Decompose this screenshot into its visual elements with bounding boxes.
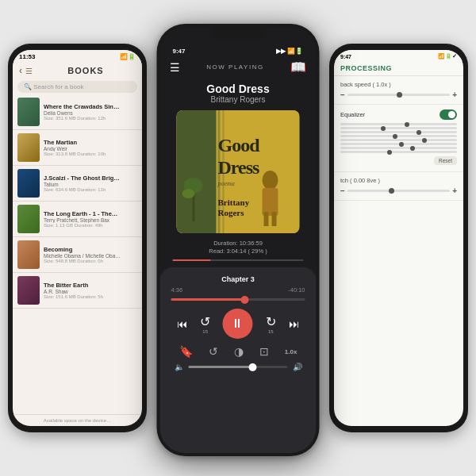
pitch-minus[interactable]: −	[340, 186, 345, 195]
duration-info: Duration: 10:36:59	[160, 240, 317, 247]
book-meta-4: Size: 1.13 GB Duration: 49h	[44, 223, 137, 228]
book-meta-1: Size: 351.6 MB Duration: 12h	[44, 116, 137, 121]
time-elapsed: 4:36	[171, 286, 183, 294]
chapter-progress-fill	[171, 298, 245, 301]
speed-slider[interactable]	[347, 94, 450, 96]
book-title-3: J.Scalzi - The Ghost Brig…	[44, 175, 137, 182]
time-remaining: -40:10	[288, 286, 305, 294]
fast-forward-button[interactable]: ⏭	[289, 318, 299, 330]
equalizer-section: Equalizer Reset	[334, 105, 463, 172]
right-phone: 9:47 📶🔋✓ PROCESSING back speed ( 1.0x ) …	[329, 44, 468, 432]
overall-progress-bar	[173, 259, 304, 261]
svg-rect-1	[177, 110, 217, 233]
book-author-3: Talium	[44, 182, 137, 187]
back-icon[interactable]: ‹	[19, 65, 22, 76]
airplay-button[interactable]: ⊡	[259, 345, 269, 358]
bottom-status: Available space on the device…	[13, 414, 142, 426]
speed-minus[interactable]: −	[340, 90, 345, 99]
eq-slider-2[interactable]	[340, 127, 457, 129]
reset-button[interactable]: Reset	[434, 156, 457, 165]
right-header: PROCESSING	[334, 61, 463, 76]
search-bar[interactable]: 🔍 Search for a book	[17, 81, 137, 93]
rewind-button[interactable]: ⏮	[177, 318, 187, 330]
svg-rect-10	[272, 212, 277, 226]
book-cover-4	[17, 205, 40, 233]
center-status-icons: ▶▶ 📶🔋	[276, 48, 303, 55]
book-title-4: The Long Earth - 1 - The…	[44, 210, 137, 217]
main-controls: ⏮ ↺ 15 ⏸ ↻ 15 ⏭	[171, 309, 305, 339]
right-time: 9:47	[340, 54, 351, 60]
svg-rect-9	[264, 212, 269, 226]
equalizer-label: Equalizer	[340, 111, 365, 118]
skip-back-button[interactable]: ↺ 15	[200, 314, 210, 334]
menu-button[interactable]: ☰	[170, 61, 180, 74]
eq-slider-8[interactable]	[340, 151, 457, 153]
chapter-progress-bar	[171, 298, 305, 301]
eq-slider-6[interactable]	[340, 143, 457, 145]
book-item-2[interactable]: The Martian Andy Weir Size: 313.8 MB Dur…	[13, 130, 142, 166]
book-author-6: A.R. Shaw	[44, 289, 137, 294]
svg-point-15	[182, 189, 195, 198]
right-status-bar: 9:47 📶🔋✓	[334, 50, 463, 61]
book-author-2: Andy Weir	[44, 146, 137, 152]
book-item-6[interactable]: The Bitter Earth A.R. Shaw Size: 151.6 M…	[13, 273, 142, 309]
book-item-4[interactable]: The Long Earth - 1 - The… Terry Pratchet…	[13, 202, 142, 237]
volume-thumb[interactable]	[249, 363, 257, 371]
eq-slider-5[interactable]	[340, 139, 457, 141]
right-status-icons: 📶🔋✓	[438, 53, 457, 60]
book-meta-3: Size: 634.6 MB Duration: 11h	[44, 187, 137, 192]
menu-icon[interactable]: ☰	[25, 67, 33, 75]
chapter-section: Chapter 3 4:36 -40:10 ⏮ ↺ 15	[160, 267, 317, 453]
book-cover-6	[17, 276, 40, 305]
svg-text:Good: Good	[218, 135, 261, 155]
book-meta-6: Size: 151.6 MB Duration: 5h	[44, 294, 137, 299]
book-title-6: The Bitter Earth	[44, 282, 137, 289]
book-title-5: Becoming	[44, 246, 137, 253]
book-meta-5: Size: 548.8 MB Duration: 0h	[44, 259, 137, 263]
pitch-slider[interactable]	[347, 190, 450, 192]
pitch-label: tch ( 0.00 8ve )	[340, 177, 457, 184]
eq-sliders	[340, 123, 457, 153]
repeat-button[interactable]: ↺	[209, 345, 218, 358]
book-cover-2	[17, 133, 40, 162]
scene: 11:53 📶🔋 ‹ ☰ BOOKS 🔍 Search for a book W…	[0, 0, 476, 476]
center-top-icons: ☰ NOW PLAYING 📖	[160, 56, 317, 81]
book-author-4: Terry Pratchett, Stephen Bax	[44, 217, 137, 223]
album-art: Good Dress poema Brittany Rogers	[177, 110, 300, 233]
eq-slider-4[interactable]	[340, 135, 457, 137]
equalizer-toggle[interactable]	[440, 109, 457, 120]
speed-plus[interactable]: +	[452, 90, 457, 99]
skip-forward-button[interactable]: ↻ 15	[266, 314, 276, 334]
book-meta-2: Size: 313.8 MB Duration: 10h	[44, 152, 137, 156]
book-cover-1	[17, 98, 40, 126]
book-item-5[interactable]: Becoming Michelle Obama / Michelle Oba… …	[13, 237, 142, 273]
svg-text:Dress: Dress	[218, 157, 260, 178]
eq-slider-1[interactable]	[340, 123, 457, 125]
chapter-progress-thumb[interactable]	[240, 296, 248, 304]
book-item-3[interactable]: J.Scalzi - The Ghost Brig… Talium Size: …	[13, 166, 142, 202]
svg-text:Rogers: Rogers	[218, 208, 245, 217]
book-open-icon[interactable]: 📖	[290, 60, 306, 75]
now-playing-label: NOW PLAYING	[206, 63, 263, 71]
svg-rect-8	[263, 188, 278, 216]
book-author-1: Delia Owens	[44, 110, 137, 116]
eq-slider-3[interactable]	[340, 131, 457, 133]
left-status-bar: 11:53 📶🔋	[13, 50, 142, 62]
book-cover-5	[17, 240, 40, 269]
play-pause-button[interactable]: ⏸	[223, 309, 253, 339]
speed-button[interactable]: 1.0x	[285, 348, 298, 355]
book-item-1[interactable]: Where the Crawdads Sin… Delia Owens Size…	[13, 94, 142, 130]
volume-low-icon: 🔈	[175, 363, 184, 371]
bookmark-button[interactable]: 🔖	[179, 345, 193, 358]
center-book-author: Brittany Rogers	[160, 95, 317, 104]
pitch-plus[interactable]: +	[452, 186, 457, 195]
center-time: 9:47	[173, 48, 186, 55]
pitch-section: tch ( 0.00 8ve ) − +	[334, 172, 463, 201]
eq-slider-7[interactable]	[340, 147, 457, 149]
svg-point-7	[263, 171, 278, 190]
svg-text:poema: poema	[217, 180, 235, 187]
volume-row: 🔈 🔊	[171, 363, 305, 371]
bottom-controls: 🔖 ↺ ◑ ⊡ 1.0x	[171, 345, 305, 358]
brightness-button[interactable]: ◑	[234, 345, 244, 358]
volume-slider[interactable]	[189, 366, 288, 368]
